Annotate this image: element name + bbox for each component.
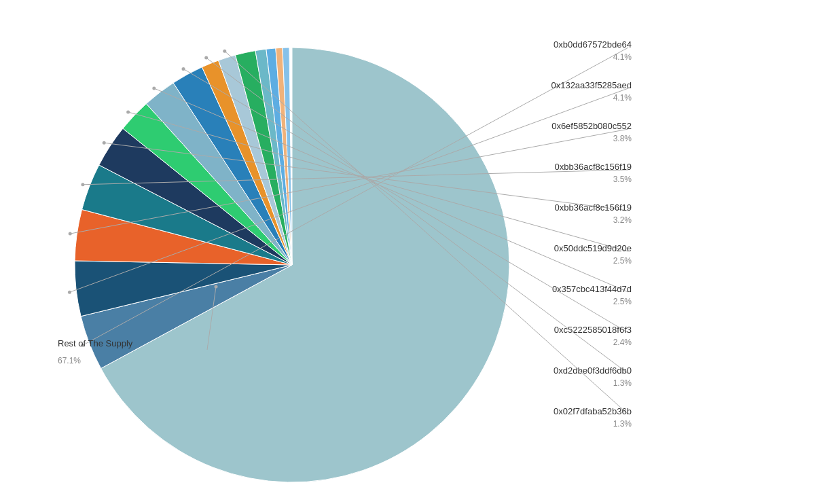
rest-dot	[215, 285, 218, 289]
slice-label: 0x02f7dfaba52b36b	[554, 406, 632, 416]
connector-dot	[103, 141, 106, 145]
slice-pct: 3.2%	[613, 215, 632, 225]
slice-pct: 2.4%	[613, 338, 632, 347]
slice-pct: 1.3%	[613, 419, 632, 429]
slice-pct: 1.3%	[613, 378, 632, 388]
connector-dot	[126, 110, 130, 113]
connector-dot	[152, 86, 156, 90]
connector-dot	[81, 183, 84, 186]
connector-dot	[223, 50, 226, 53]
chart-container: 0xb0dd67572bde644.1%0x132aa33f5285aed4.1…	[0, 0, 815, 504]
pie-chart: 0xb0dd67572bde644.1%0x132aa33f5285aed4.1…	[0, 0, 815, 504]
slice-label: 0x132aa33f5285aed	[551, 80, 632, 90]
connector-dot	[204, 56, 208, 60]
slice-pct: 4.1%	[613, 93, 632, 103]
slice-label: 0xbb36acf8c156f19	[555, 202, 632, 213]
slice-label: 0x50ddc519d9d20e	[554, 243, 632, 253]
slice-pct: 2.5%	[613, 256, 632, 266]
rest-label: Rest of The Supply	[58, 338, 133, 348]
slice-label: 0x357cbc413f44d7d	[552, 284, 632, 294]
slice-label: 0xd2dbe0f3ddf6db0	[554, 365, 632, 376]
rest-pct: 67.1%	[58, 356, 81, 365]
connector-dot	[68, 291, 71, 294]
connector-dot	[69, 232, 72, 236]
slice-label: 0xb0dd67572bde64	[554, 39, 632, 50]
slice-pct: 4.1%	[613, 52, 632, 62]
slice-pct: 3.5%	[613, 175, 632, 184]
slice-pct: 3.8%	[613, 134, 632, 143]
slice-pct: 2.5%	[613, 297, 632, 306]
slice-label: 0xbb36acf8c156f19	[555, 162, 632, 172]
connector-dot	[182, 67, 185, 71]
slice-label: 0x6ef5852b080c552	[551, 121, 632, 131]
slice-label: 0xc5222585018f6f3	[554, 325, 632, 335]
